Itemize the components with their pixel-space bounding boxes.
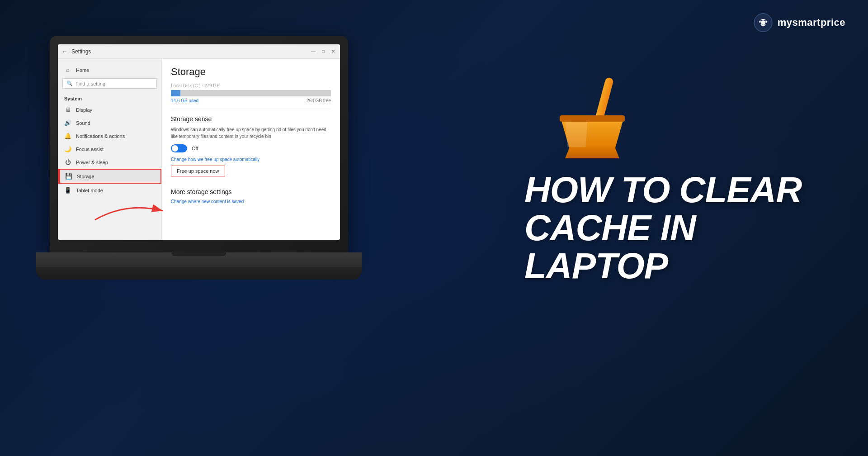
page-title: Storage xyxy=(171,66,331,78)
storage-sense-title: Storage sense xyxy=(171,115,331,123)
disk-used-label: 14.6 GB used xyxy=(171,98,198,103)
storage-sense-toggle-row: Off xyxy=(171,144,331,152)
maximize-button[interactable]: □ xyxy=(320,48,326,55)
back-button[interactable]: ← xyxy=(61,48,68,55)
display-icon: 🖥 xyxy=(64,106,71,113)
minimize-button[interactable]: — xyxy=(310,48,316,55)
settings-main-panel: Storage Local Disk (C:) · 279 GB 14.6 GB… xyxy=(162,59,340,240)
sidebar-item-notifications[interactable]: 🔔 Notifications & actions xyxy=(58,129,161,142)
toggle-off-label: Off xyxy=(192,146,198,151)
settings-body: ⌂ Home 🔍 System 🖥 Dis xyxy=(58,59,340,240)
search-icon: 🔍 xyxy=(66,81,73,86)
settings-window: ← Settings — □ ✕ ⌂ Home xyxy=(58,44,340,240)
notifications-icon: 🔔 xyxy=(64,133,71,139)
sidebar-item-sound[interactable]: 🔊 Sound xyxy=(58,116,161,129)
power-icon: ⏻ xyxy=(64,159,71,166)
storage-icon: 💾 xyxy=(65,173,72,180)
sidebar-label-home: Home xyxy=(76,67,89,73)
headline-line1: HOW TO CLEAR xyxy=(524,171,841,209)
home-icon: ⌂ xyxy=(64,66,71,73)
sound-icon: 🔊 xyxy=(64,119,71,126)
free-space-btn-wrapper: Free up space now xyxy=(171,166,225,184)
svg-marker-7 xyxy=(565,147,619,158)
svg-rect-9 xyxy=(560,115,625,122)
settings-sidebar: ⌂ Home 🔍 System 🖥 Dis xyxy=(58,59,162,240)
sidebar-label-power: Power & sleep xyxy=(76,160,108,165)
svg-point-1 xyxy=(761,20,765,25)
broom-icon xyxy=(552,72,633,163)
search-input[interactable] xyxy=(75,81,153,86)
sidebar-item-focus[interactable]: 🌙 Focus assist xyxy=(58,142,161,156)
svg-marker-8 xyxy=(565,120,588,147)
laptop-screen: ← Settings — □ ✕ ⌂ Home xyxy=(58,44,340,240)
free-space-button[interactable]: Free up space now xyxy=(171,166,225,176)
disk-bar xyxy=(171,90,331,96)
sidebar-item-display[interactable]: 🖥 Display xyxy=(58,103,161,116)
tablet-icon: 📱 xyxy=(64,187,71,194)
storage-sense-toggle[interactable] xyxy=(171,144,187,152)
storage-sense-desc: Windows can automatically free up space … xyxy=(171,126,331,140)
svg-point-3 xyxy=(765,21,767,23)
sidebar-item-power[interactable]: ⏻ Power & sleep xyxy=(58,156,161,169)
disk-bar-used xyxy=(171,90,180,96)
change-content-link[interactable]: Change where new content is saved xyxy=(171,199,331,204)
change-auto-link[interactable]: Change how we free up space automaticall… xyxy=(171,157,331,162)
sidebar-label-display: Display xyxy=(76,107,92,113)
titlebar: ← Settings — □ ✕ xyxy=(58,44,340,59)
sidebar-label-focus: Focus assist xyxy=(76,147,104,152)
sidebar-label-notifications: Notifications & actions xyxy=(76,133,125,139)
more-storage-title: More storage settings xyxy=(171,188,331,195)
brand-logo: mysmartprice xyxy=(753,13,845,33)
toggle-knob xyxy=(172,145,178,152)
titlebar-title: Settings xyxy=(71,48,91,55)
svg-point-2 xyxy=(759,21,761,23)
sidebar-item-storage[interactable]: 💾 Storage xyxy=(58,169,161,184)
sidebar-item-home[interactable]: ⌂ Home xyxy=(58,63,161,76)
sidebar-label-sound: Sound xyxy=(76,120,90,126)
laptop-bezel: ← Settings — □ ✕ ⌂ Home xyxy=(50,36,348,253)
disk-free-label: 264 GB free xyxy=(307,98,331,103)
system-section-label: System xyxy=(58,93,161,103)
sidebar-label-storage: Storage xyxy=(77,174,94,179)
laptop-bottom xyxy=(36,267,362,280)
right-content: HOW TO CLEAR CACHE IN LAPTOP xyxy=(524,171,841,285)
laptop-mockup: ← Settings — □ ✕ ⌂ Home xyxy=(36,36,362,407)
disk-info: Local Disk (C:) · 279 GB 14.6 GB used 26… xyxy=(171,83,331,109)
brand-name: mysmartprice xyxy=(778,17,845,28)
close-button[interactable]: ✕ xyxy=(330,48,336,55)
sidebar-item-tablet[interactable]: 📱 Tablet mode xyxy=(58,184,161,197)
sidebar-search-box[interactable]: 🔍 xyxy=(62,78,157,89)
brand-icon-svg xyxy=(753,13,773,33)
window-controls: — □ ✕ xyxy=(310,48,336,55)
disk-label: Local Disk (C:) · 279 GB xyxy=(171,83,331,88)
focus-icon: 🌙 xyxy=(64,146,71,152)
sidebar-label-tablet: Tablet mode xyxy=(76,188,103,193)
headline-line2: CACHE IN LAPTOP xyxy=(524,209,841,285)
disk-stats: 14.6 GB used 264 GB free xyxy=(171,98,331,103)
